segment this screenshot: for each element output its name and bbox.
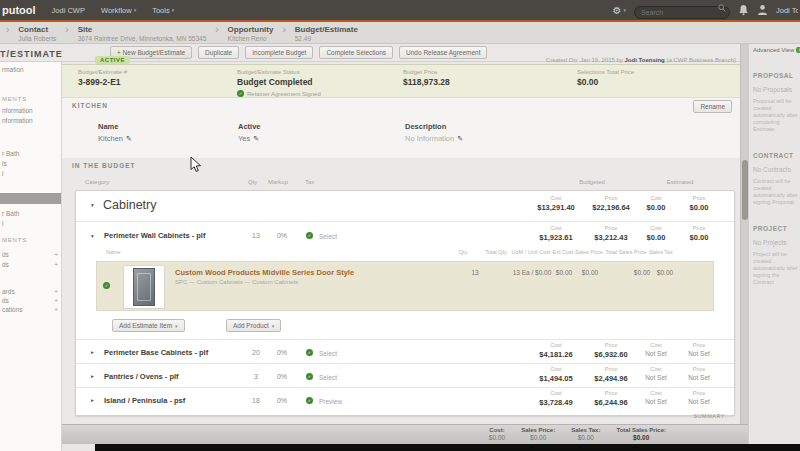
chevron-down-icon: ▾: [272, 323, 275, 329]
row-markup: 0%: [268, 397, 296, 404]
budget-row-island-peninsula[interactable]: ▸ Island / Peninsula - psf 18 0% ✓ Previ…: [76, 387, 734, 416]
project-section: PROJECT No Projects Project will be crea…: [753, 217, 800, 286]
budget-row-perimeter-wall[interactable]: ▾ Perimeter Wall Cabinets - plf 13 0% ✓ …: [76, 221, 734, 249]
edit-pencil-icon[interactable]: ✎: [126, 135, 132, 142]
collapse-arrow-icon[interactable]: ▾: [91, 233, 94, 239]
menu-tools[interactable]: Tools▾: [152, 6, 174, 15]
field-budget-estimate-status: Budget/Estimate Status Budget Completed …: [237, 69, 321, 97]
selected-check-icon: ✓: [103, 282, 110, 289]
complete-selections-button[interactable]: Complete Selections: [319, 46, 393, 59]
col-markup: Markup: [268, 179, 288, 185]
row-status-link[interactable]: Select: [319, 233, 337, 240]
row-budgeted-cost: $3,728.49: [526, 398, 586, 407]
row-name[interactable]: Perimeter Wall Cabinets - plf: [104, 231, 205, 240]
sidebar-item[interactable]: ds+: [0, 251, 58, 258]
sidebar-item[interactable]: ds+: [0, 297, 58, 304]
duplicate-button[interactable]: Duplicate: [198, 46, 239, 59]
plus-icon[interactable]: +: [54, 288, 58, 295]
sidebar-item[interactable]: ards+: [0, 288, 58, 295]
col-estimated: Estimated: [650, 179, 710, 185]
check-circle-icon: ✓: [237, 90, 244, 97]
row-name[interactable]: Perimeter Base Cabinets - plf: [104, 348, 208, 357]
sidebar-item[interactable]: r Bath: [2, 150, 19, 157]
expand-arrow-icon[interactable]: ▸: [91, 397, 94, 403]
row-status-link[interactable]: Select: [319, 350, 337, 357]
chevron-right-icon: ›: [282, 25, 285, 43]
created-by-user[interactable]: Jodi Toensing: [625, 57, 665, 63]
user-icon[interactable]: [757, 4, 768, 16]
app-logo: putool: [2, 4, 36, 16]
status-dot-icon: ✓: [306, 397, 313, 404]
row-status-link[interactable]: Select: [319, 374, 337, 381]
sidebar-item[interactable]: l: [2, 220, 3, 227]
budget-row-pantries-ovens[interactable]: ▸ Pantries / Ovens - plf 3 0% ✓ Select C…: [76, 363, 734, 387]
row-name[interactable]: Pantries / Ovens - plf: [104, 372, 179, 381]
row-estimated-price: Not Set: [672, 374, 726, 381]
collapse-arrow-icon[interactable]: ▾: [91, 202, 94, 208]
product-sales-tax: $0.00: [648, 269, 682, 276]
sidebar-item[interactable]: ls: [2, 160, 7, 167]
chevron-down-icon: ▾: [623, 7, 626, 13]
subcol-sales-tax: Sales Tax: [643, 249, 679, 255]
group-budgeted-cost: $13,291.40: [526, 203, 586, 212]
col-qty: Qty: [248, 179, 257, 185]
expand-arrow-icon[interactable]: ▸: [91, 373, 94, 379]
sidebar-item[interactable]: ds+: [0, 261, 58, 268]
breadcrumb-site[interactable]: Site 3674 Raintree Drive, Minnetonka, MN…: [78, 25, 207, 43]
summary-cost: Cost:$0.00: [489, 427, 505, 444]
summary-sales-price: Sales Price:$0.00: [521, 427, 555, 444]
row-qty: 18: [241, 397, 271, 404]
chevron-right-icon: ›: [6, 25, 9, 43]
sidebar-item[interactable]: nformation: [2, 107, 33, 114]
sidebar-item[interactable]: r Bath: [2, 210, 19, 217]
breadcrumb-opportunity[interactable]: Opportunity Kitchen Reno: [228, 25, 274, 43]
rename-button[interactable]: Rename: [693, 100, 732, 113]
add-product-button[interactable]: Add Product▾: [226, 319, 281, 332]
category-group-name[interactable]: Cabinetry: [103, 198, 157, 212]
product-qty: 13: [460, 269, 490, 276]
expand-arrow-icon[interactable]: ▸: [91, 349, 94, 355]
row-markup: 0%: [268, 349, 296, 356]
field-description: Description No Information✎: [405, 122, 463, 143]
row-status-link[interactable]: Preview: [319, 398, 342, 405]
user-name[interactable]: Jodi Toensing: [776, 6, 798, 15]
sidebar-item[interactable]: cations+: [0, 306, 58, 313]
plus-icon[interactable]: +: [54, 261, 58, 268]
plus-icon[interactable]: +: [54, 306, 58, 313]
kitchen-section: KITCHEN Rename Name Kitchen✎ Active Yes✎…: [62, 97, 740, 158]
breadcrumb-budget-estimate[interactable]: Budget/Estimate 52.49: [295, 25, 358, 43]
sidebar-section-header: MENTS: [2, 96, 27, 102]
bell-icon[interactable]: [738, 4, 749, 16]
vertical-scrollbar[interactable]: [740, 44, 748, 444]
product-title-link[interactable]: Custom Wood Products Midville Series Doo…: [175, 268, 354, 277]
menu-jodi-cwp[interactable]: Jodi CWP: [52, 6, 85, 15]
advanced-view-toggle[interactable]: ON: [796, 47, 800, 53]
breadcrumb-contact[interactable]: Contact Julia Roberts: [18, 25, 56, 43]
sidebar-item[interactable]: nformation: [2, 117, 33, 124]
category-group-row[interactable]: ▾ Cabinetry Cost Price Cost Price $13,29…: [76, 191, 734, 221]
group-estimated-price: $0.00: [672, 203, 726, 212]
field-budget-price: Budget Price $118,973.28: [403, 69, 450, 87]
sidebar-item[interactable]: l: [2, 170, 3, 177]
product-breadcrumb: SPC — Custom Cabinets — Custom Cabinets: [175, 279, 298, 285]
edit-pencil-icon[interactable]: ✎: [253, 135, 259, 142]
budget-row-perimeter-base[interactable]: ▸ Perimeter Base Cabinets - plf 20 0% ✓ …: [76, 339, 734, 363]
col-budgeted: Budgeted: [562, 179, 622, 185]
gear-menu[interactable]: ⚙▾: [613, 5, 626, 16]
product-thumbnail[interactable]: [123, 265, 165, 309]
product-row[interactable]: ✓ Custom Wood Products Midville Series D…: [96, 261, 714, 311]
plus-icon[interactable]: +: [54, 251, 58, 258]
add-estimate-item-button[interactable]: Add Estimate Item▾: [112, 319, 185, 332]
menu-workflow[interactable]: Workflow▾: [101, 6, 136, 15]
subcol-name: Name: [106, 249, 121, 255]
row-name[interactable]: Island / Peninsula - psf: [104, 396, 185, 405]
row-markup: 0%: [268, 373, 296, 380]
sidebar-section-header: MENTS: [2, 237, 27, 243]
incomplete-budget-button[interactable]: Incomplete Budget: [245, 46, 313, 59]
plus-icon[interactable]: +: [54, 297, 58, 304]
sidebar-item[interactable]: rmation: [2, 66, 24, 73]
edit-pencil-icon[interactable]: ✎: [457, 135, 463, 142]
search-input[interactable]: [634, 6, 730, 19]
field-active: Active Yes✎: [238, 122, 261, 143]
sidebar-item-selected[interactable]: [0, 193, 62, 204]
